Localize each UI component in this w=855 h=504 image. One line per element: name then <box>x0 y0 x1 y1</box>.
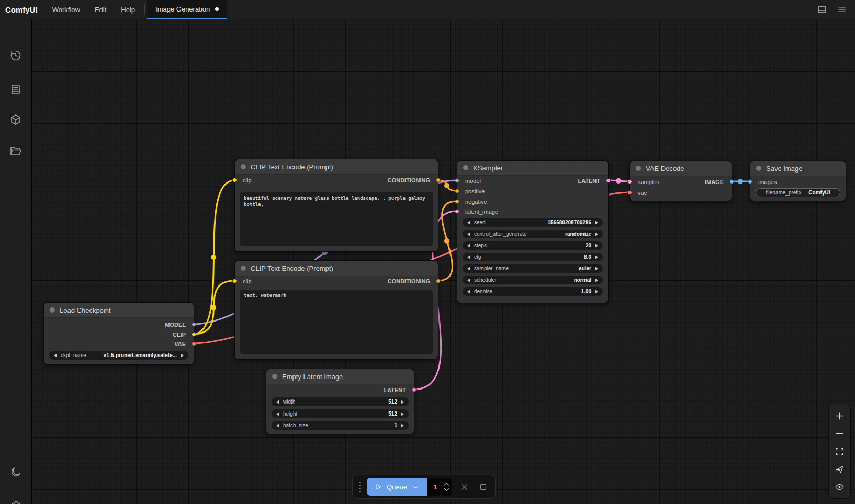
image-slot[interactable] <box>729 179 734 184</box>
main-menu-button[interactable] <box>832 0 852 19</box>
toggle-link-visibility-button[interactable] <box>831 478 849 496</box>
vae-slot[interactable] <box>627 190 632 195</box>
combo-left-arrow-icon[interactable] <box>54 353 57 358</box>
vae-slot[interactable] <box>192 341 196 346</box>
node-title-bar[interactable]: Load Checkpoint <box>44 303 194 318</box>
combo-right-arrow-icon[interactable] <box>181 353 184 358</box>
batch-count-steppers <box>444 482 449 491</box>
tab-image-generation[interactable]: Image Generation <box>147 0 227 19</box>
combo-left-arrow-icon[interactable] <box>467 255 470 259</box>
combo-right-arrow-icon[interactable] <box>401 400 404 404</box>
widget-sampler-name[interactable]: sampler_name euler <box>463 264 603 273</box>
widget-ckpt-name[interactable]: ckpt_name v1-5-pruned-emaonly.safete... <box>49 351 188 360</box>
node-vae-decode[interactable]: VAE Decode samples IMAGE vae <box>629 161 732 201</box>
widget-steps[interactable]: steps 20 <box>463 241 603 250</box>
sidebar-item-history[interactable] <box>9 49 22 62</box>
negative-prompt-textarea[interactable]: text, watermark <box>240 290 433 354</box>
zoom-in-button[interactable] <box>831 407 849 425</box>
latent-slot[interactable] <box>455 209 459 214</box>
node-title: CLIP Text Encode (Prompt) <box>251 163 333 171</box>
node-clip-text-encode-negative[interactable]: CLIP Text Encode (Prompt) clip CONDITION… <box>234 260 438 360</box>
latent-slot[interactable] <box>606 178 611 183</box>
menubar: ComfyUI Workflow Edit Help Image Generat… <box>0 0 855 19</box>
fit-view-button[interactable] <box>831 442 849 460</box>
collapse-dot-icon[interactable] <box>50 307 55 313</box>
widget-height[interactable]: height 512 <box>272 409 409 418</box>
collapse-dot-icon[interactable] <box>272 374 277 379</box>
combo-right-arrow-icon[interactable] <box>595 232 598 236</box>
node-title-bar[interactable]: KSampler <box>457 161 608 176</box>
combo-left-arrow-icon[interactable] <box>276 423 279 428</box>
widget-filename-prefix[interactable]: filename_prefix ComfyUI <box>756 188 840 197</box>
combo-left-arrow-icon[interactable] <box>467 244 470 248</box>
conditioning-slot[interactable] <box>436 178 441 182</box>
widget-denoise[interactable]: denoise 1.00 <box>463 287 603 296</box>
conditioning-slot[interactable] <box>436 279 441 283</box>
widget-batch-size[interactable]: batch_size 1 <box>272 421 409 430</box>
combo-right-arrow-icon[interactable] <box>595 267 598 271</box>
interrupt-button[interactable] <box>476 479 490 495</box>
positive-prompt-textarea[interactable]: beautiful scenery nature glass bottle la… <box>240 192 433 246</box>
combo-right-arrow-icon[interactable] <box>595 255 598 259</box>
menu-workflow[interactable]: Workflow <box>45 0 87 19</box>
node-title-bar[interactable]: Save Image <box>750 161 846 176</box>
batch-count-input[interactable]: 1 <box>427 478 452 496</box>
combo-right-arrow-icon[interactable] <box>595 244 598 248</box>
widget-seed[interactable]: seed 156680208700286 <box>463 218 603 227</box>
combo-left-arrow-icon[interactable] <box>467 290 470 294</box>
queue-button[interactable]: Queue <box>367 478 427 496</box>
hamburger-menu-icon <box>837 4 847 15</box>
stepper-down-icon[interactable] <box>444 488 449 491</box>
combo-left-arrow-icon[interactable] <box>467 232 470 236</box>
pan-mode-button[interactable] <box>831 460 849 478</box>
collapse-dot-icon[interactable] <box>463 165 468 170</box>
settings-button[interactable] <box>9 499 22 504</box>
combo-left-arrow-icon[interactable] <box>467 221 470 225</box>
widget-scheduler[interactable]: scheduler normal <box>463 276 603 284</box>
node-ksampler[interactable]: KSampler model LATENT positive negative … <box>457 160 609 303</box>
image-slot[interactable] <box>748 179 752 184</box>
toggle-bottom-panel-button[interactable] <box>812 0 832 19</box>
sidebar-item-node-library[interactable] <box>9 113 22 127</box>
node-title-bar[interactable]: VAE Decode <box>630 161 732 176</box>
collapse-dot-icon[interactable] <box>241 164 246 169</box>
widget-control-after-generate[interactable]: control_after_generate randomize <box>463 230 603 238</box>
sidebar-item-workflows[interactable] <box>9 144 22 158</box>
cancel-run-button[interactable] <box>457 479 471 495</box>
combo-left-arrow-icon[interactable] <box>276 400 279 404</box>
combo-right-arrow-icon[interactable] <box>595 278 598 282</box>
node-save-image[interactable]: Save Image images filename_prefix ComfyU… <box>750 161 846 201</box>
node-title-bar[interactable]: CLIP Text Encode (Prompt) <box>235 261 438 276</box>
clip-slot[interactable] <box>192 332 196 337</box>
node-load-checkpoint[interactable]: Load Checkpoint MODEL CLIP VAE ckpt_name… <box>43 302 194 365</box>
moon-icon <box>9 466 22 478</box>
model-slot[interactable] <box>192 322 196 327</box>
node-clip-text-encode-positive[interactable]: CLIP Text Encode (Prompt) clip CONDITION… <box>234 159 438 252</box>
widget-width[interactable]: width 512 <box>272 397 409 406</box>
combo-left-arrow-icon[interactable] <box>467 278 470 282</box>
combo-right-arrow-icon[interactable] <box>401 423 404 428</box>
graph-canvas[interactable]: Load Checkpoint MODEL CLIP VAE ckpt_name… <box>31 19 855 504</box>
node-empty-latent-image[interactable]: Empty Latent Image LATENT width 512 heig… <box>266 369 414 434</box>
node-title-bar[interactable]: CLIP Text Encode (Prompt) <box>235 159 438 175</box>
zoom-out-button[interactable] <box>831 425 849 442</box>
combo-left-arrow-icon[interactable] <box>276 412 279 416</box>
drag-handle-icon[interactable] <box>358 482 362 492</box>
menu-edit[interactable]: Edit <box>87 0 114 19</box>
stepper-up-icon[interactable] <box>444 482 449 486</box>
conditioning-slot[interactable] <box>455 189 459 193</box>
menu-help[interactable]: Help <box>114 0 142 19</box>
latent-slot[interactable] <box>412 387 417 392</box>
widget-cfg[interactable]: cfg 8.0 <box>463 253 603 261</box>
conditioning-slot[interactable] <box>455 199 459 204</box>
collapse-dot-icon[interactable] <box>241 266 246 271</box>
collapse-dot-icon[interactable] <box>636 166 641 171</box>
node-title-bar[interactable]: Empty Latent Image <box>266 369 414 384</box>
theme-toggle-button[interactable] <box>9 465 22 479</box>
combo-right-arrow-icon[interactable] <box>595 290 598 294</box>
collapse-dot-icon[interactable] <box>756 166 761 171</box>
sidebar-item-queue[interactable] <box>9 83 22 96</box>
combo-right-arrow-icon[interactable] <box>401 412 404 416</box>
combo-right-arrow-icon[interactable] <box>595 221 598 225</box>
combo-left-arrow-icon[interactable] <box>467 267 470 271</box>
